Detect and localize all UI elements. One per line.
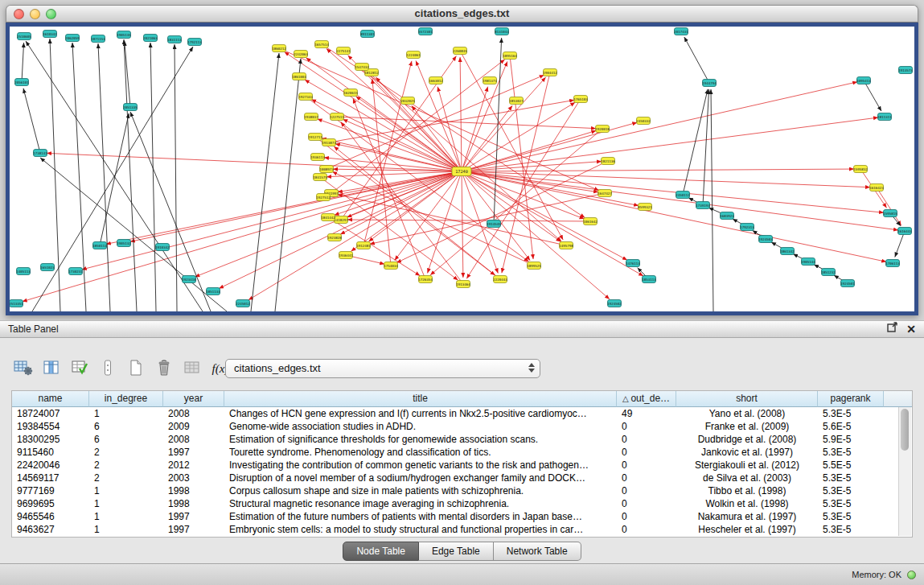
new-column-button[interactable] — [125, 358, 146, 379]
table-cell[interactable]: 1997 — [163, 523, 224, 536]
table-cell[interactable]: Structural magnetic resonance image aver… — [224, 497, 617, 510]
table-cell[interactable]: 2009 — [163, 420, 224, 433]
table-row[interactable]: 1938455462009Genome-wide association stu… — [12, 420, 912, 433]
table-cell[interactable]: 9463627 — [12, 523, 89, 536]
column-header-title[interactable]: title — [224, 391, 617, 407]
tab-edge-table[interactable]: Edge Table — [419, 542, 494, 561]
zoom-window-button[interactable] — [46, 9, 56, 19]
table-cell[interactable]: 2 — [89, 446, 163, 459]
table-cell[interactable]: 5.3E-5 — [818, 472, 884, 484]
table-cell[interactable]: 0 — [617, 484, 676, 497]
scrollbar-thumb[interactable] — [901, 409, 909, 451]
table-cell[interactable]: Hescheler et al. (1997) — [676, 523, 818, 536]
table-cell[interactable]: Disruption of a novel member of a sodium… — [224, 472, 617, 484]
table-cell[interactable]: Corpus callosum shape and size in male p… — [224, 484, 617, 497]
edit-columns-button[interactable] — [69, 358, 90, 379]
column-settings-button[interactable] — [13, 358, 34, 379]
table-cell[interactable]: 1998 — [163, 497, 224, 510]
table-row[interactable]: 1872400712008Changes of HCN gene express… — [12, 407, 912, 420]
table-cell[interactable]: 49 — [617, 407, 676, 420]
table-cell[interactable]: 5.3E-5 — [818, 446, 884, 459]
table-cell[interactable]: 18300295 — [12, 433, 89, 446]
column-header-out_de[interactable]: △ out_de… — [617, 391, 676, 407]
table-cell[interactable]: 1 — [89, 510, 163, 523]
close-panel-button[interactable]: ✕ — [906, 323, 916, 335]
table-cell[interactable]: Franke et al. (2009) — [676, 420, 818, 433]
table-cell[interactable]: 5.3E-5 — [818, 523, 884, 536]
table-cell[interactable]: Investigating the contribution of common… — [224, 459, 617, 472]
table-cell[interactable]: 0 — [617, 459, 676, 472]
column-header-pagerank[interactable]: pagerank — [818, 391, 884, 407]
table-cell[interactable]: Genome-wide association studies in ADHD. — [224, 420, 617, 433]
row-options-button[interactable] — [97, 358, 118, 379]
table-cell[interactable]: Estimation of significance thresholds fo… — [224, 433, 617, 446]
table-cell[interactable]: Wolkin et al. (1998) — [676, 497, 818, 510]
table-cell[interactable]: 6 — [89, 433, 163, 446]
table-cell[interactable]: 1 — [89, 484, 163, 497]
table-cell[interactable]: 0 — [617, 420, 676, 433]
table-row[interactable]: 1830029562008Estimation of significance … — [12, 433, 912, 446]
citation-network-graph[interactable]: 1724022608451895164190441217651031920018… — [10, 27, 914, 311]
table-cell[interactable]: Dudbridge et al. (2008) — [676, 433, 818, 446]
table-cell[interactable]: 0 — [617, 510, 676, 523]
table-cell[interactable]: 5.3E-5 — [818, 497, 884, 510]
table-cell[interactable]: 2008 — [163, 433, 224, 446]
table-cell[interactable]: 18724007 — [12, 407, 89, 420]
table-cell[interactable]: 5.5E-5 — [818, 459, 884, 472]
show-columns-button[interactable] — [41, 358, 62, 379]
table-cell[interactable]: Nakamura et al. (1997) — [676, 510, 818, 523]
table-cell[interactable]: 9115460 — [12, 446, 89, 459]
table-cell[interactable]: 14569117 — [12, 472, 89, 484]
tab-network-table[interactable]: Network Table — [494, 542, 581, 561]
table-cell[interactable]: 9777169 — [12, 484, 89, 497]
table-cell[interactable]: 1 — [89, 523, 163, 536]
column-header-in_degree[interactable]: in_degree — [89, 391, 163, 407]
table-cell[interactable]: 1 — [89, 497, 163, 510]
table-row[interactable]: 946554611997Estimation of the future num… — [12, 510, 912, 523]
table-cell[interactable]: 5.9E-5 — [818, 433, 884, 446]
table-cell[interactable]: 22420046 — [12, 459, 89, 472]
column-header-year[interactable]: year — [163, 391, 224, 407]
table-cell[interactable]: Changes of HCN gene expression and I(f) … — [224, 407, 617, 420]
table-cell[interactable]: 1 — [89, 407, 163, 420]
table-cell[interactable]: 2012 — [163, 459, 224, 472]
table-cell[interactable]: 9699695 — [12, 497, 89, 510]
close-window-button[interactable] — [14, 9, 24, 19]
table-cell[interactable]: Stergiakouli et al. (2012) — [676, 459, 818, 472]
column-header-name[interactable]: name — [12, 391, 89, 407]
table-cell[interactable]: 2 — [89, 459, 163, 472]
network-window-titlebar[interactable]: citations_edges.txt — [6, 5, 918, 23]
table-cell[interactable]: 2008 — [163, 407, 224, 420]
table-cell[interactable]: 1997 — [163, 446, 224, 459]
table-cell[interactable]: 5.6E-5 — [818, 420, 884, 433]
table-cell[interactable]: Tibbo et al. (1998) — [676, 484, 818, 497]
table-cell[interactable]: 19384554 — [12, 420, 89, 433]
table-row[interactable]: 977716911998Corpus callosum shape and si… — [12, 484, 912, 497]
table-cell[interactable]: 0 — [617, 446, 676, 459]
table-cell[interactable]: 0 — [617, 497, 676, 510]
import-table-button[interactable] — [182, 358, 203, 379]
table-row[interactable]: 2242004622012Investigating the contribut… — [12, 459, 912, 472]
table-cell[interactable]: Embryonic stem cells: a model to study s… — [224, 523, 617, 536]
table-row[interactable]: 969969511998Structural magnetic resonanc… — [12, 497, 912, 510]
table-cell[interactable]: Jankovic et al. (1997) — [676, 446, 818, 459]
table-cell[interactable]: 5.3E-5 — [818, 484, 884, 497]
table-cell[interactable]: 2003 — [163, 472, 224, 484]
float-panel-icon[interactable] — [887, 321, 898, 338]
table-cell[interactable]: de Silva et al. (2003) — [676, 472, 818, 484]
column-header-short[interactable]: short — [676, 391, 818, 407]
table-vertical-scrollbar[interactable] — [898, 407, 911, 536]
delete-column-button[interactable] — [154, 358, 175, 379]
table-row[interactable]: 946362711997Embryonic stem cells: a mode… — [12, 523, 912, 536]
table-cell[interactable]: 6 — [89, 420, 163, 433]
table-cell[interactable]: 1997 — [163, 510, 224, 523]
table-cell[interactable]: 9465546 — [12, 510, 89, 523]
minimize-window-button[interactable] — [30, 9, 40, 19]
table-cell[interactable]: 0 — [617, 433, 676, 446]
table-cell[interactable]: Yano et al. (2008) — [676, 407, 818, 420]
table-cell[interactable]: Tourette syndrome. Phenomenology and cla… — [224, 446, 617, 459]
table-cell[interactable]: 5.3E-5 — [818, 510, 884, 523]
tab-node-table[interactable]: Node Table — [343, 542, 419, 561]
network-canvas[interactable]: 1724022608451895164190441217651031920018… — [6, 23, 918, 315]
table-cell[interactable]: 5.3E-5 — [818, 407, 884, 420]
